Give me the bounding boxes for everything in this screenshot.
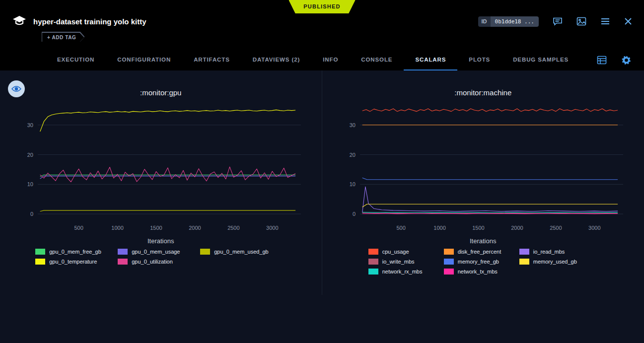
legend-label: memory_free_gb: [458, 259, 499, 265]
status-badge: PUBLISHED: [288, 0, 355, 13]
debug-image-icon[interactable]: [576, 17, 586, 26]
legend-label: network_rx_mbs: [382, 269, 423, 274]
hidden-metrics-eye-button[interactable]: [8, 80, 25, 97]
legend-item-network_rx_mbs[interactable]: network_rx_mbs: [368, 269, 444, 274]
svg-text:3000: 3000: [588, 225, 600, 231]
legend-item-gpu_0_temperature[interactable]: gpu_0_temperature: [35, 259, 118, 265]
legend-label: io_read_mbs: [533, 249, 565, 255]
tab-execution[interactable]: EXECUTION: [46, 50, 106, 70]
legend-label: memory_used_gb: [533, 259, 577, 265]
scalars-content: :monitor:gpu0102030500100015002000250030…: [0, 70, 644, 343]
chart-legend: gpu_0_mem_free_gbgpu_0_mem_usagegpu_0_me…: [35, 249, 286, 269]
tab-scalars[interactable]: SCALARS: [404, 50, 457, 70]
chart-panel-monitor-gpu: :monitor:gpu0102030500100015002000250030…: [0, 70, 322, 295]
series-line-gpu_0_mem_usage: [40, 176, 295, 179]
legend-item-disk_free_percent[interactable]: disk_free_percent: [444, 249, 519, 255]
svg-text:0: 0: [353, 211, 356, 217]
series-line-memory_used_gb: [362, 204, 617, 207]
tab-plots[interactable]: PLOTS: [457, 50, 501, 70]
chart-plot-area[interactable]: 010203050010001500200025003000: [15, 101, 307, 232]
x-axis-label: Iterations: [0, 237, 322, 245]
legend-item-gpu_0_mem_used_gb[interactable]: gpu_0_mem_used_gb: [200, 249, 283, 255]
svg-text:30: 30: [350, 122, 356, 128]
legend-label: io_write_mbs: [382, 259, 415, 265]
svg-text:2000: 2000: [511, 225, 523, 231]
legend-item-io_read_mbs[interactable]: io_read_mbs: [519, 249, 595, 255]
settings-gear-icon[interactable]: [622, 56, 631, 65]
svg-text:2500: 2500: [227, 225, 239, 231]
add-tag-button[interactable]: + ADD TAG: [42, 32, 84, 42]
chart-panel-monitor-machine: :monitor:machine010203050010001500200025…: [322, 70, 644, 295]
x-axis-label: Iterations: [322, 237, 644, 245]
chart-plot-area[interactable]: 010203050010001500200025003000: [337, 101, 629, 232]
legend-swatch: [368, 249, 378, 255]
svg-text:30: 30: [27, 122, 33, 128]
legend-label: gpu_0_mem_usage: [132, 249, 180, 255]
table-view-icon[interactable]: [597, 56, 607, 65]
legend-swatch: [368, 259, 378, 265]
series-line-gpu_0_mem_free_gb: [40, 175, 295, 177]
add-tag-label: + ADD TAG: [42, 33, 84, 42]
legend-swatch: [35, 249, 45, 255]
svg-text:10: 10: [350, 181, 356, 187]
legend-swatch: [444, 249, 454, 255]
legend-item-io_write_mbs[interactable]: io_write_mbs: [368, 259, 444, 265]
svg-text:1000: 1000: [433, 225, 445, 231]
svg-text:3000: 3000: [266, 225, 278, 231]
experiment-title: hyper-dataset training yolo kitty: [33, 17, 146, 26]
legend-item-gpu_0_utilization[interactable]: gpu_0_utilization: [118, 259, 200, 265]
experiment-id-chip[interactable]: ID 0b1dde18 ...: [478, 16, 539, 27]
legend-label: gpu_0_temperature: [49, 259, 97, 265]
tab-info[interactable]: INFO: [311, 50, 350, 70]
legend-swatch: [118, 249, 128, 255]
top-header: PUBLISHED hyper-dataset training yolo ki…: [0, 0, 644, 50]
legend-item-memory_free_gb[interactable]: memory_free_gb: [444, 259, 519, 265]
tab-bar: EXECUTIONCONFIGURATIONARTIFACTSDATAVIEWS…: [0, 50, 644, 70]
legend-swatch: [444, 269, 454, 274]
close-icon[interactable]: [624, 17, 632, 25]
svg-text:1000: 1000: [111, 225, 123, 231]
tab-debug-samples[interactable]: DEBUG SAMPLES: [501, 50, 580, 70]
comments-icon[interactable]: [553, 17, 563, 26]
legend-swatch: [444, 259, 454, 265]
tab-dataviews-2[interactable]: DATAVIEWS (2): [241, 50, 311, 70]
chart-title: :monitor:machine: [322, 88, 644, 97]
legend-item-gpu_0_mem_usage[interactable]: gpu_0_mem_usage: [118, 249, 200, 255]
id-value: 0b1dde18 ...: [491, 16, 539, 27]
svg-text:20: 20: [27, 152, 33, 158]
series-line-network_rx_mbs: [362, 212, 617, 213]
legend-item-gpu_0_mem_free_gb[interactable]: gpu_0_mem_free_gb: [35, 249, 118, 255]
series-line-cpu_usage: [362, 109, 617, 111]
app-logo-icon: [12, 15, 27, 28]
series-line-gpu_0_utilization: [40, 167, 295, 182]
legend-swatch: [519, 249, 529, 255]
menu-icon[interactable]: [600, 17, 610, 25]
legend-label: cpu_usage: [382, 249, 409, 255]
legend-label: disk_free_percent: [458, 249, 501, 255]
series-line-gpu_0_mem_used_gb: [40, 210, 295, 211]
legend-swatch: [35, 259, 45, 265]
svg-text:2500: 2500: [550, 225, 562, 231]
chart-legend: cpu_usagedisk_free_percentio_read_mbsio_…: [368, 249, 598, 278]
legend-item-memory_used_gb[interactable]: memory_used_gb: [519, 259, 595, 265]
legend-swatch: [200, 249, 210, 255]
svg-text:10: 10: [27, 181, 33, 187]
series-line-io_read_mbs: [362, 187, 617, 212]
tab-strip: EXECUTIONCONFIGURATIONARTIFACTSDATAVIEWS…: [46, 50, 580, 70]
id-label: ID: [478, 16, 491, 27]
svg-text:0: 0: [30, 211, 33, 217]
svg-text:1500: 1500: [472, 225, 484, 231]
legend-label: gpu_0_utilization: [132, 259, 173, 265]
tab-artifacts[interactable]: ARTIFACTS: [182, 50, 241, 70]
legend-item-cpu_usage[interactable]: cpu_usage: [368, 249, 444, 255]
legend-swatch: [519, 259, 529, 265]
legend-label: network_tx_mbs: [458, 269, 498, 274]
legend-swatch: [368, 269, 378, 274]
legend-label: gpu_0_mem_used_gb: [214, 249, 268, 255]
svg-text:500: 500: [74, 225, 83, 231]
svg-text:500: 500: [396, 225, 405, 231]
legend-item-network_tx_mbs[interactable]: network_tx_mbs: [444, 269, 519, 274]
tab-console[interactable]: CONSOLE: [350, 50, 404, 70]
svg-text:1500: 1500: [150, 225, 162, 231]
tab-configuration[interactable]: CONFIGURATION: [106, 50, 182, 70]
